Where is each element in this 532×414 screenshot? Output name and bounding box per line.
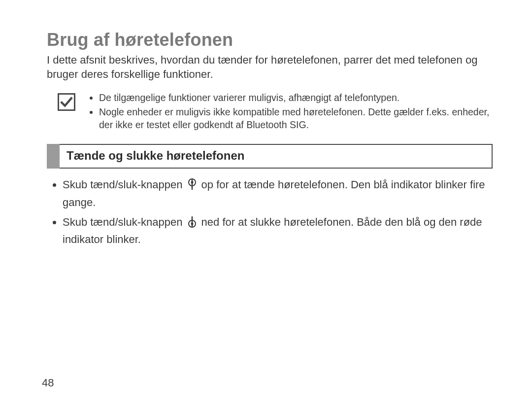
subheading: Tænde og slukke høretelefonen — [60, 144, 493, 169]
checkmark-icon — [60, 96, 73, 108]
subheading-accent-bar — [47, 144, 60, 169]
list-item: Skub tænd/sluk-knappen ned for at slukke… — [63, 215, 493, 247]
list-item-text-pre: Skub tænd/sluk-knappen — [63, 216, 186, 228]
checkbox-checked-icon — [58, 93, 75, 111]
power-switch-down-icon — [187, 215, 198, 233]
svg-point-5 — [191, 222, 193, 225]
note-item: De tilgængelige funktioner varierer muli… — [99, 91, 493, 104]
note-item: Nogle enheder er muligvis ikke kompatibl… — [99, 105, 493, 132]
subheading-container: Tænde og slukke høretelefonen — [47, 144, 493, 169]
list-item-text-pre: Skub tænd/sluk-knappen — [63, 178, 186, 191]
note-box: De tilgængelige funktioner varierer muli… — [47, 90, 493, 133]
note-list: De tilgængelige funktioner varierer muli… — [89, 91, 493, 132]
manual-page: Brug af høretelefonen I dette afsnit bes… — [0, 0, 532, 414]
page-number: 48 — [42, 377, 54, 389]
power-switch-up-icon — [187, 177, 198, 195]
svg-point-2 — [191, 181, 193, 184]
page-heading: Brug af høretelefonen — [47, 30, 493, 50]
intro-paragraph: I dette afsnit beskrives, hvordan du tæn… — [47, 53, 493, 81]
list-item: Skub tænd/sluk-knappen op for at tænde h… — [63, 177, 493, 209]
body-list: Skub tænd/sluk-knappen op for at tænde h… — [51, 177, 493, 247]
